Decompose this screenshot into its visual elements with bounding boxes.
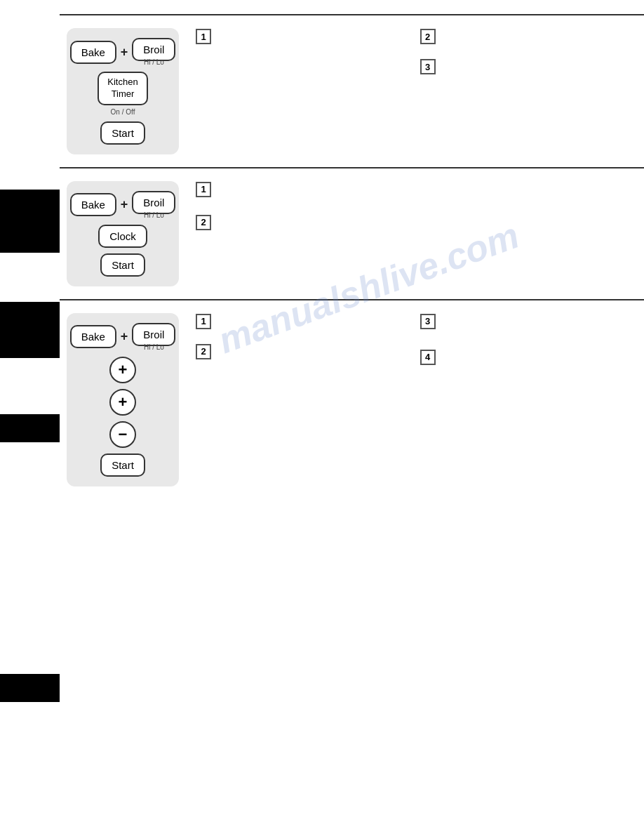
bake-button-1[interactable]: Bake [70, 41, 116, 64]
step-num-1-2: 2 [420, 29, 436, 44]
section-adjust: Bake + Broil Hi / Lo + + − Start 1 [60, 299, 644, 499]
step-num-3-3: 3 [420, 314, 436, 329]
section3-col-left: 1 2 [196, 313, 406, 365]
bake-broil-row-3: Bake + Broil Hi / Lo [70, 323, 176, 351]
hi-lo-label-2: Hi / Lo [144, 211, 164, 219]
step-num-1-1: 1 [196, 29, 211, 44]
left-margin [0, 0, 60, 834]
step-3-2: 2 [196, 343, 406, 359]
bake-broil-row-1: Bake + Broil Hi / Lo [70, 38, 176, 66]
step-num-2-2: 2 [196, 215, 211, 230]
step-2-1: 1 [196, 181, 630, 197]
plus-sign-1: + [121, 45, 128, 60]
section1-col-right: 2 3 [420, 28, 631, 74]
step-num-3-4: 4 [420, 350, 436, 365]
plus-sign-2: + [121, 197, 128, 212]
section3-col-pair: 1 2 3 4 [196, 313, 630, 365]
step-1-2: 2 [420, 28, 631, 44]
start-button-2[interactable]: Start [100, 253, 145, 277]
step-3-4: 4 [420, 349, 631, 365]
kitchen-timer-button[interactable]: KitchenTimer [98, 72, 147, 105]
section1-col-pair: 1 2 3 [196, 28, 630, 74]
circle-plus-2[interactable]: + [109, 389, 136, 416]
clock-button[interactable]: Clock [98, 225, 147, 248]
black-bar-2 [0, 302, 60, 358]
start-button-1[interactable]: Start [100, 121, 145, 145]
step-1-1: 1 [196, 28, 406, 44]
page-container: Bake + Broil Hi / Lo KitchenTimer On / O… [0, 0, 644, 834]
hi-lo-label-1: Hi / Lo [144, 58, 164, 66]
step-num-3-2: 2 [196, 344, 211, 359]
circle-plus-1[interactable]: + [109, 357, 136, 383]
step-1-3: 3 [420, 58, 631, 74]
section-kitchen-timer: Bake + Broil Hi / Lo KitchenTimer On / O… [60, 14, 644, 167]
panel-2: Bake + Broil Hi / Lo Clock Start [67, 181, 179, 286]
content-area: Bake + Broil Hi / Lo KitchenTimer On / O… [60, 0, 644, 834]
on-off-label: On / Off [111, 108, 135, 116]
section3-right: 1 2 3 4 [196, 313, 630, 365]
bake-button-2[interactable]: Bake [70, 193, 116, 216]
section-clock: Bake + Broil Hi / Lo Clock Start 1 2 [60, 167, 644, 299]
step-num-2-1: 1 [196, 182, 211, 197]
step-2-2: 2 [196, 214, 630, 230]
section1-right: 1 2 3 [196, 28, 630, 74]
bake-button-3[interactable]: Bake [70, 325, 116, 348]
section3-col-right: 3 4 [420, 313, 631, 365]
step-3-1: 1 [196, 313, 406, 329]
step-num-3-1: 1 [196, 314, 211, 329]
black-bar-4 [0, 674, 60, 702]
plus-sign-3: + [121, 329, 128, 344]
hi-lo-label-3: Hi / Lo [144, 343, 164, 351]
black-bar-1 [0, 190, 60, 253]
black-bar-3 [0, 414, 60, 442]
panel-1: Bake + Broil Hi / Lo KitchenTimer On / O… [67, 28, 179, 154]
step-num-1-3: 3 [420, 59, 436, 74]
panel-3: Bake + Broil Hi / Lo + + − Start [67, 313, 179, 486]
step-3-3: 3 [420, 313, 631, 329]
circle-minus[interactable]: − [109, 421, 136, 448]
section1-col-left: 1 [196, 28, 406, 74]
start-button-3[interactable]: Start [100, 454, 145, 477]
bake-broil-row-2: Bake + Broil Hi / Lo [70, 191, 176, 219]
section2-right: 1 2 [196, 181, 630, 230]
